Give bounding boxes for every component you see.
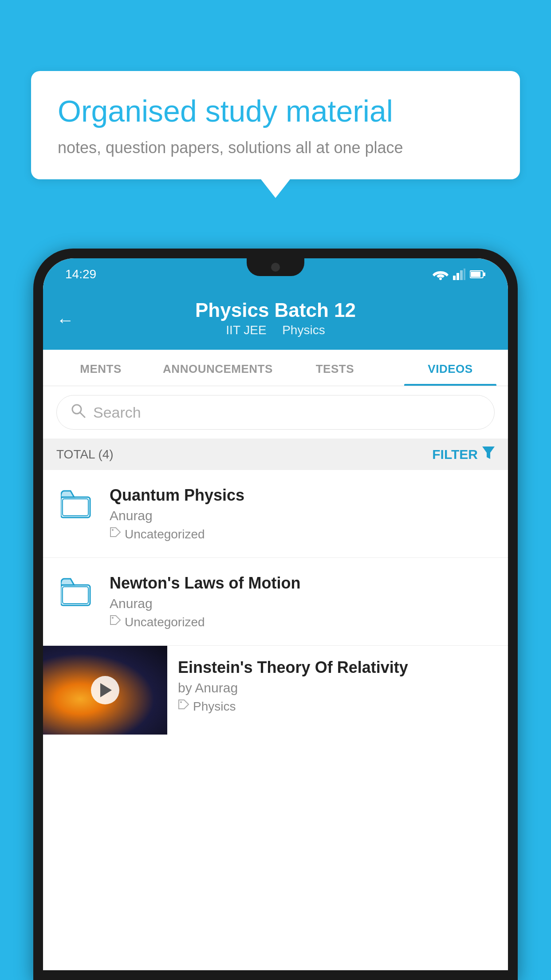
subtitle-physics: Physics [282,323,325,337]
svg-rect-1 [453,276,456,280]
svg-rect-3 [460,270,463,280]
filter-bar: TOTAL (4) FILTER [43,439,508,470]
phone-frame: 14:29 [33,249,518,980]
item-title: Quantum Physics [110,486,495,505]
play-triangle-icon [100,683,112,697]
search-placeholder: Search [93,404,141,421]
search-container: Search [43,386,508,439]
speech-bubble: Organised study material notes, question… [31,71,520,179]
item-title: Einstein's Theory Of Relativity [178,658,497,677]
filter-label: FILTER [432,447,478,462]
svg-point-0 [439,277,442,280]
svg-rect-12 [63,499,88,516]
content-list: Quantum Physics Anurag Uncategorized [43,470,508,970]
tag-icon [110,527,121,541]
camera-dot [271,263,280,272]
header-title: Physics Batch 12 [195,299,356,321]
item-author: Anurag [110,508,495,523]
folder-icon [56,486,96,520]
item-content: Newton's Laws of Motion Anurag Uncategor… [110,574,495,629]
status-time: 14:29 [65,267,96,281]
tab-tests[interactable]: TESTS [277,350,393,386]
item-tag: Physics [178,699,497,714]
item-author: Anurag [110,596,495,611]
tag-icon [178,699,189,714]
item-content: Quantum Physics Anurag Uncategorized [110,486,495,541]
list-item-thumb[interactable]: Einstein's Theory Of Relativity by Anura… [43,646,508,735]
item-content: Einstein's Theory Of Relativity by Anura… [167,646,508,726]
signal-icon [453,269,465,280]
tag-icon [110,615,121,629]
tag-label: Uncategorized [125,527,205,541]
svg-point-17 [180,701,182,703]
svg-rect-15 [63,587,88,604]
search-icon [70,403,86,422]
status-icons [433,269,486,280]
total-count: TOTAL (4) [56,447,114,462]
notch [247,258,304,276]
status-bar: 14:29 [43,258,508,290]
phone-screen: 14:29 [43,258,508,970]
item-title: Newton's Laws of Motion [110,574,495,593]
svg-point-16 [112,617,114,619]
svg-rect-7 [484,273,485,276]
tag-label: Physics [193,699,236,714]
tab-videos[interactable]: VIDEOS [393,350,508,386]
battery-icon [470,270,486,279]
svg-rect-4 [464,269,465,280]
search-bar[interactable]: Search [56,395,495,430]
header-subtitle: IIT JEE Physics [226,323,325,337]
svg-rect-6 [471,272,480,277]
item-author: by Anurag [178,680,497,695]
subtitle-iitjee: IIT JEE [226,323,266,337]
bubble-subtitle: notes, question papers, solutions all at… [58,138,493,157]
wifi-icon [433,269,449,280]
bubble-title: Organised study material [58,93,493,130]
svg-line-9 [80,413,85,417]
back-button[interactable]: ← [56,310,74,330]
tag-label: Uncategorized [125,615,205,629]
filter-icon [482,447,495,462]
folder-icon [56,574,96,608]
filter-button[interactable]: FILTER [432,447,495,462]
app-header: ← Physics Batch 12 IIT JEE Physics [43,290,508,350]
svg-rect-2 [457,273,459,280]
svg-point-13 [112,529,114,531]
tab-ments[interactable]: MENTS [43,350,158,386]
item-tag: Uncategorized [110,615,495,629]
video-thumbnail [43,646,167,735]
list-item[interactable]: Newton's Laws of Motion Anurag Uncategor… [43,558,508,646]
tabs-bar: MENTS ANNOUNCEMENTS TESTS VIDEOS [43,350,508,386]
list-item[interactable]: Quantum Physics Anurag Uncategorized [43,470,508,558]
tab-announcements[interactable]: ANNOUNCEMENTS [158,350,277,386]
play-button[interactable] [91,676,119,704]
svg-marker-10 [482,447,495,459]
item-tag: Uncategorized [110,527,495,541]
